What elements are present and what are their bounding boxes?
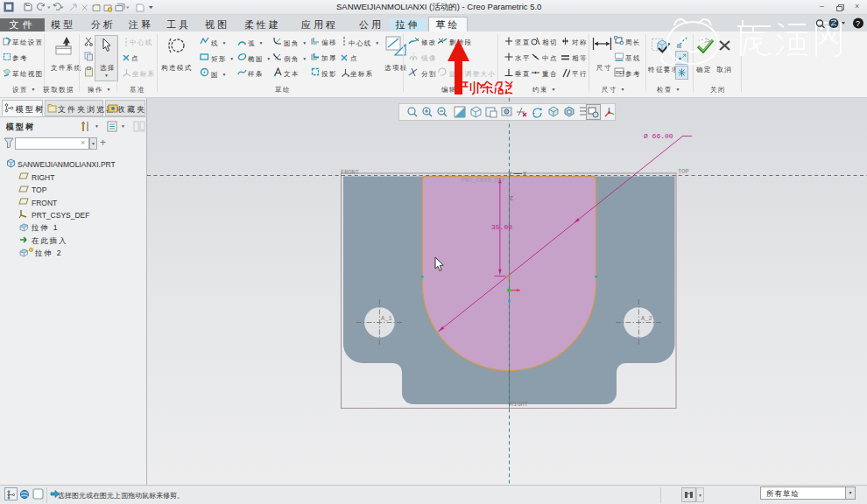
- svg-text:Z: Z: [510, 195, 514, 202]
- svg-text:TOP: TOP: [678, 168, 689, 175]
- svg-text:35.00: 35.00: [491, 223, 512, 231]
- svg-text:X: X: [523, 171, 527, 178]
- svg-text:A_1: A_1: [381, 315, 392, 322]
- svg-text:RIGHT: RIGHT: [510, 401, 528, 408]
- svg-text:REF: REF: [616, 70, 624, 75]
- svg-text:A_2: A_2: [641, 315, 652, 322]
- svg-text:Y: Y: [508, 171, 512, 178]
- svg-text:?: ?: [856, 19, 860, 28]
- svg-text:PRT_CSYS_DEF: PRT_CSYS_DEF: [462, 177, 505, 184]
- svg-text:Ø 66.00: Ø 66.00: [644, 132, 673, 140]
- svg-text:FRONT: FRONT: [341, 169, 359, 176]
